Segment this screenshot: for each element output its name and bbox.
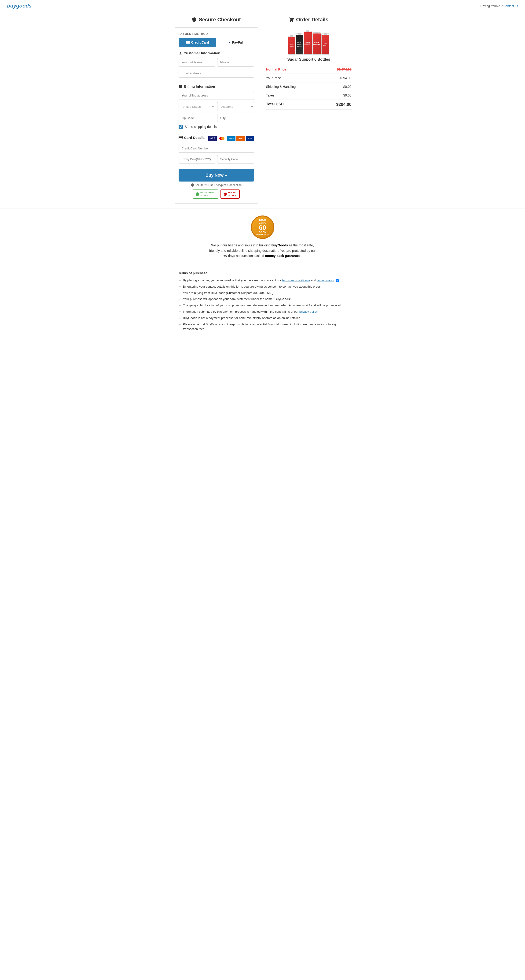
billing-info-title-text: Billing Information	[184, 84, 215, 88]
shipping-label: Shipping & Handling	[266, 85, 296, 89]
trouble-text: Having trouble ?	[481, 4, 503, 8]
discover-icon: DISC	[236, 135, 245, 141]
zip-field	[179, 114, 216, 122]
order-details-title: Order Details	[266, 17, 352, 23]
city-input[interactable]	[217, 114, 254, 122]
terms-item-5: The geographic location of your computer…	[183, 303, 347, 308]
your-price-label: Your Price	[266, 76, 281, 80]
amex-icon: AMEX	[227, 135, 235, 141]
visa-icon: VISA	[208, 135, 217, 141]
guarantee-badge: 100% MONEY 60 BACK GUARANTEE	[251, 215, 274, 239]
normal-price-label: Normal Price	[266, 67, 286, 71]
card-details-title: Card Details	[179, 135, 205, 140]
card-number-field	[179, 144, 254, 153]
address-row	[179, 91, 254, 100]
trust-badges: TRUST GUARDSECURED M McAfeeSECURE	[179, 189, 254, 199]
checkout-card: PAYMENT METHOD Credit Card PayPal	[174, 27, 259, 204]
taxes-value: $0.00	[343, 94, 351, 97]
buy-now-button[interactable]: Buy Now »	[179, 169, 254, 181]
terms-item-2: By entering your contact details on this…	[183, 284, 347, 289]
order-details-title-text: Order Details	[296, 17, 328, 23]
jcb-icon: JCB	[246, 135, 254, 141]
bottle-4: SUGARSUPPORT	[312, 32, 321, 54]
main-container: Secure Checkout PAYMENT METHOD Credit Ca…	[171, 12, 354, 208]
taxes-label: Taxes	[266, 94, 275, 97]
contact-card-icon	[179, 84, 183, 88]
customer-info-title-text: Customer Information	[184, 51, 220, 55]
shipping-row: Shipping & Handling $0.00	[266, 83, 352, 91]
terms-checkbox[interactable]	[336, 279, 339, 282]
same-shipping-checkbox[interactable]	[179, 125, 183, 129]
guarantee-pct: 100%	[259, 218, 266, 222]
header: buygoods Having trouble ? Contact us	[0, 0, 525, 12]
guarantee-section: 100% MONEY 60 BACK GUARANTEE We put our …	[204, 208, 321, 266]
expiry-input[interactable]	[179, 155, 216, 164]
card-details-header: Card Details VISA AMEX DISC JCB	[179, 135, 254, 141]
price-table: Normal Price $1,074.00 Your Price $294.0…	[266, 65, 352, 110]
expiry-security-row	[179, 155, 254, 164]
security-code-input[interactable]	[217, 155, 254, 164]
zip-input[interactable]	[179, 114, 216, 122]
bottle-3: SUGARSUPPORT	[304, 31, 312, 54]
right-column: Order Details SUGASUPP KETOCOOKBOOK SUGA…	[266, 17, 352, 204]
card-number-input[interactable]	[179, 144, 254, 153]
terms-conditions-link[interactable]: terms and conditions	[282, 278, 310, 282]
full-name-field	[179, 58, 216, 67]
full-name-input[interactable]	[179, 58, 216, 67]
svg-rect-3	[179, 137, 182, 138]
customer-info-title: Customer Information	[179, 51, 254, 55]
payment-method-label: PAYMENT METHOD	[179, 32, 254, 36]
left-column: Secure Checkout PAYMENT METHOD Credit Ca…	[174, 17, 259, 204]
email-field	[179, 69, 254, 78]
guarantee-back: BACK	[259, 231, 266, 234]
shipping-value: $0.00	[343, 85, 351, 89]
mcafee-badge: M McAfeeSECURE	[220, 189, 240, 199]
trustguard-text: TRUST GUARDSECURED	[200, 191, 215, 197]
normal-price-value: $1,074.00	[337, 67, 351, 71]
paypal-tab-label: PayPal	[232, 41, 243, 44]
credit-card-tab[interactable]: Credit Card	[179, 38, 217, 47]
zip-city-row	[179, 114, 254, 122]
name-phone-row	[179, 58, 254, 67]
guarantee-days: 60	[259, 224, 266, 231]
product-name: Sugar Support 6 Bottles	[266, 57, 352, 62]
terms-item-8: Please note that BuyGoods is not respons…	[183, 322, 347, 332]
total-label: Total USD	[266, 102, 284, 107]
secure-note: Secure 256 Bit Encrypted Connection	[179, 183, 254, 187]
svg-rect-1	[186, 42, 190, 42]
email-input[interactable]	[179, 69, 254, 78]
divider-2	[179, 132, 254, 132]
phone-field	[217, 58, 254, 67]
contact-us-link[interactable]: Contact us	[503, 4, 518, 8]
your-price-row: Your Price $294.00	[266, 74, 352, 83]
privacy-policy-link[interactable]: privacy policy	[299, 310, 317, 313]
person-icon	[179, 51, 182, 55]
refund-policy-link[interactable]: refund policy	[317, 278, 334, 282]
terms-title: Terms of purchase:	[178, 270, 347, 276]
state-field: Alabama Alaska Arizona	[217, 102, 254, 111]
address-input[interactable]	[179, 91, 254, 100]
country-select[interactable]: United States Canada United Kingdom	[179, 102, 216, 111]
state-select[interactable]: Alabama Alaska Arizona	[217, 102, 254, 111]
guarantee-text-label: GUARANTEE	[255, 234, 270, 236]
checkout-title: Secure Checkout	[174, 17, 259, 23]
email-row	[179, 69, 254, 78]
terms-list: By placing an order, you acknowledge tha…	[178, 278, 347, 332]
svg-text:M: M	[224, 193, 225, 195]
credit-card-tab-label: Credit Card	[191, 41, 209, 44]
divider-1	[179, 81, 254, 81]
terms-item-4: Your purchase will appear on your bank s…	[183, 297, 347, 302]
cart-icon	[289, 17, 294, 22]
country-state-row: United States Canada United Kingdom Alab…	[179, 102, 254, 111]
bottle-1: SUGASUPP	[288, 36, 295, 54]
your-price-value: $294.00	[339, 76, 352, 80]
bottle-5: GARPORT	[321, 33, 329, 54]
phone-input[interactable]	[217, 58, 254, 67]
paypal-tab[interactable]: PayPal	[216, 38, 254, 47]
trustguard-shield-icon	[196, 192, 199, 196]
secure-icon	[192, 17, 197, 22]
mcafee-shield-icon: M	[223, 192, 227, 196]
paypal-icon	[227, 41, 230, 44]
billing-info-title: Billing Information	[179, 84, 254, 88]
payment-tabs: Credit Card PayPal	[179, 38, 254, 47]
